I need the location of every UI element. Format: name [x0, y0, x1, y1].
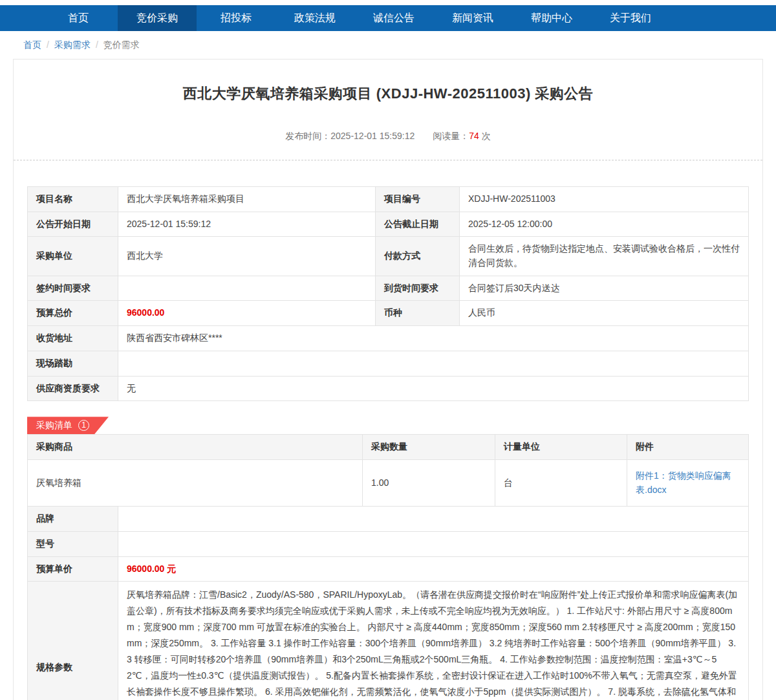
info-value: 西北大学厌氧培养箱采购项目 [118, 187, 376, 212]
table-row: 签约时间要求 到货时间要求 合同签订后30天内送达 [28, 276, 749, 301]
info-label: 收货地址 [28, 326, 118, 351]
table-row: 预算单价 96000.00 元 [28, 556, 749, 582]
nav-item-policy[interactable]: 政策法规 [275, 5, 354, 31]
commodity-quantity: 1.00 [363, 459, 495, 506]
top-strip [0, 0, 776, 5]
table-row: 供应商资质要求 无 [28, 376, 749, 401]
nav-item-tender[interactable]: 招投标 [197, 5, 275, 31]
commodity-name: 厌氧培养箱 [28, 459, 363, 506]
nav-item-about-us[interactable]: 关于我们 [591, 5, 670, 31]
views-label: 阅读量： [433, 131, 469, 141]
table-header-row: 采购商品 采购数量 计量单位 附件 [28, 435, 749, 460]
info-value: 2025-12-05 12:00:00 [460, 212, 749, 237]
purchase-list-tag: 采购清单 1 [27, 417, 109, 434]
column-header-unit: 计量单位 [495, 435, 627, 460]
info-label: 现场踏勘 [28, 351, 118, 376]
breadcrumb: 首页/采购需求/竞价需求 [0, 31, 776, 59]
nav-item-bidding-purchase[interactable]: 竞价采购 [118, 5, 197, 31]
info-value: 西北大学 [118, 237, 376, 276]
commodity-unit: 台 [495, 459, 627, 506]
dashed-divider [14, 160, 762, 160]
brand-label: 品牌 [28, 507, 118, 532]
info-value [118, 276, 376, 301]
unit-price-value: 96000.00 元 [118, 556, 749, 582]
info-value: 2025-12-01 15:59:12 [118, 212, 376, 237]
table-row: 采购单位 西北大学 付款方式 合同生效后，待货物到达指定地点、安装调试验收合格后… [28, 237, 749, 276]
purchase-list-table: 采购商品 采购数量 计量单位 附件 厌氧培养箱 1.00 台 附件1：货物类响应… [27, 434, 749, 700]
project-info-table: 项目名称 西北大学厌氧培养箱采购项目 项目编号 XDJJ-HW-20251100… [27, 186, 749, 401]
info-label: 公告开始日期 [28, 212, 118, 237]
breadcrumb-procurement-demand[interactable]: 采购需求 [54, 39, 91, 50]
table-row: 公告开始日期 2025-12-01 15:59:12 公告截止日期 2025-1… [28, 212, 749, 237]
info-label: 签约时间要求 [28, 276, 118, 301]
info-value [118, 351, 749, 376]
column-header-quantity: 采购数量 [363, 435, 495, 460]
info-value: XDJJ-HW-202511003 [460, 187, 749, 212]
announcement-card: 西北大学厌氧培养箱采购项目 (XDJJ-HW-202511003) 采购公告 发… [13, 59, 763, 700]
nav-item-news[interactable]: 新闻资讯 [433, 5, 512, 31]
breadcrumb-separator: / [96, 39, 98, 50]
publish-time-value: 2025-12-01 15:59:12 [330, 131, 415, 141]
info-label: 预算总价 [28, 301, 118, 326]
column-header-attachment: 附件 [627, 435, 749, 460]
table-row: 厌氧培养箱 1.00 台 附件1：货物类响应偏离表.docx [28, 459, 749, 506]
spec-label: 规格参数 [28, 582, 118, 700]
info-value: 无 [118, 376, 749, 401]
info-label: 付款方式 [376, 237, 460, 276]
info-label: 项目名称 [28, 187, 118, 212]
column-header-commodity: 采购商品 [28, 435, 363, 460]
breadcrumb-separator: / [47, 39, 49, 50]
table-row: 型号 [28, 531, 749, 556]
views-unit: 次 [482, 131, 491, 141]
main-nav: 首页 竞价采购 招投标 政策法规 诚信公告 新闻资讯 帮助中心 关于我们 [0, 5, 776, 31]
info-value: 合同生效后，待货物到达指定地点、安装调试验收合格后，一次性付清合同货款。 [460, 237, 749, 276]
table-row: 规格参数 厌氧培养箱品牌：江雪/Basic2，Zuody/AS-580，SPAR… [28, 582, 749, 700]
purchase-list-tag-label: 采购清单 [36, 420, 72, 432]
table-row: 预算总价 96000.00 币种 人民币 [28, 301, 749, 326]
spec-value: 厌氧培养箱品牌：江雪/Basic2，Zuody/AS-580，SPARIL/Hy… [118, 582, 749, 700]
table-row: 项目名称 西北大学厌氧培养箱采购项目 项目编号 XDJJ-HW-20251100… [28, 187, 749, 212]
purchase-list-count-badge: 1 [78, 420, 89, 431]
attachment-link[interactable]: 附件1：货物类响应偏离表.docx [636, 470, 731, 495]
publish-time-label: 发布时间： [285, 131, 330, 141]
info-value: 人民币 [460, 301, 749, 326]
model-value [118, 531, 749, 556]
info-label: 项目编号 [376, 187, 460, 212]
info-label: 币种 [376, 301, 460, 326]
breadcrumb-bidding-demand: 竞价需求 [103, 39, 140, 50]
views-count: 74 [469, 131, 479, 141]
nav-item-help-center[interactable]: 帮助中心 [512, 5, 591, 31]
table-row: 现场踏勘 [28, 351, 749, 376]
info-label: 采购单位 [28, 237, 118, 276]
brand-value [118, 507, 749, 532]
info-value: 陕西省西安市碑林区**** [118, 326, 749, 351]
unit-price-label: 预算单价 [28, 556, 118, 582]
publish-info: 发布时间：2025-12-01 15:59:12阅读量：74 次 [14, 131, 762, 142]
table-row: 收货地址 陕西省西安市碑林区**** [28, 326, 749, 351]
nav-item-integrity-notice[interactable]: 诚信公告 [354, 5, 433, 31]
info-label: 到货时间要求 [376, 276, 460, 301]
info-label: 公告截止日期 [376, 212, 460, 237]
table-row: 品牌 [28, 507, 749, 532]
page-title: 西北大学厌氧培养箱采购项目 (XDJJ-HW-202511003) 采购公告 [52, 84, 724, 104]
info-value: 合同签订后30天内送达 [460, 276, 749, 301]
breadcrumb-home[interactable]: 首页 [23, 39, 41, 50]
total-budget-value: 96000.00 [118, 301, 376, 326]
nav-item-home[interactable]: 首页 [39, 5, 118, 31]
info-label: 供应商资质要求 [28, 376, 118, 401]
model-label: 型号 [28, 531, 118, 556]
